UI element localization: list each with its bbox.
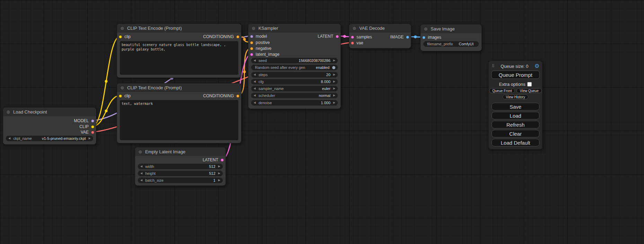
decrement-arrow-icon[interactable]: ◀ xyxy=(140,178,142,183)
decrement-arrow-icon[interactable]: ◀ xyxy=(254,79,256,84)
collapse-dot-icon[interactable] xyxy=(120,26,124,30)
node-title: CLIP Text Encode (Prompt) xyxy=(127,85,182,90)
node-title: VAE Decode xyxy=(359,26,385,31)
widget-random-seed-after-every-gen[interactable]: Random seed after every genenabled xyxy=(251,65,338,70)
node-graph-canvas[interactable]: CLIP Text Encode (Prompt)clipCONDITIONIN… xyxy=(0,0,644,244)
refresh-button[interactable]: Refresh xyxy=(492,121,539,128)
widget-filename-prefix[interactable]: filename_prefixComfyUI xyxy=(423,41,479,47)
load-button[interactable]: Load xyxy=(492,112,539,119)
model-port[interactable] xyxy=(250,35,253,38)
collapse-dot-icon[interactable] xyxy=(6,110,10,114)
widget-steps[interactable]: ◀steps20▶ xyxy=(251,72,338,78)
conditioning-port[interactable] xyxy=(236,94,239,98)
decrement-arrow-icon[interactable]: ◀ xyxy=(140,171,142,176)
samples-port[interactable] xyxy=(351,36,354,39)
decrement-arrow-icon[interactable]: ◀ xyxy=(8,136,10,141)
input-slot-clip: clip xyxy=(119,93,131,99)
view-queue-button[interactable]: View Queue xyxy=(517,88,541,93)
widget-scheduler[interactable]: ◀schedulernormal▶ xyxy=(251,93,338,98)
latent_image-port[interactable] xyxy=(250,53,253,56)
vae-port[interactable] xyxy=(351,42,354,45)
load-default-button[interactable]: Load Default xyxy=(492,139,539,146)
view-history-button[interactable]: View History xyxy=(503,94,528,99)
node-vae-decode[interactable]: VAE DecodesamplesvaeIMAGE xyxy=(349,24,411,48)
node-save-image[interactable]: Save Imageimagesfilename_prefixComfyUI xyxy=(420,24,482,51)
toggle-indicator-icon[interactable] xyxy=(332,66,335,69)
node-clip-text-encode-positive[interactable]: CLIP Text Encode (Prompt)clipCONDITIONIN… xyxy=(117,24,241,78)
latent-port[interactable] xyxy=(336,35,339,38)
increment-arrow-icon[interactable]: ▶ xyxy=(218,178,220,183)
node-ksampler[interactable]: KSamplermodelpositivenegativelatent_imag… xyxy=(248,24,341,109)
clip-port[interactable] xyxy=(91,125,94,128)
clear-button[interactable]: Clear xyxy=(492,130,539,137)
decrement-arrow-icon[interactable]: ◀ xyxy=(254,100,256,106)
widget-label: filename_prefix xyxy=(427,42,453,46)
increment-arrow-icon[interactable]: ▶ xyxy=(218,171,220,176)
widget-batch-size[interactable]: ◀batch_size1▶ xyxy=(138,178,223,183)
queue-front-button[interactable]: Queue Front xyxy=(489,88,515,93)
negative-port[interactable] xyxy=(250,47,253,50)
images-port[interactable] xyxy=(422,36,425,39)
node-titlebar[interactable]: Empty Latent Image xyxy=(135,147,226,156)
extra-options-checkbox[interactable] xyxy=(527,82,532,87)
widget-value: euler xyxy=(322,87,330,91)
increment-arrow-icon[interactable]: ▶ xyxy=(218,164,220,169)
collapse-dot-icon[interactable] xyxy=(120,86,124,90)
node-titlebar[interactable]: CLIP Text Encode (Prompt) xyxy=(117,83,241,92)
decrement-arrow-icon[interactable]: ◀ xyxy=(254,86,256,91)
increment-arrow-icon[interactable]: ▶ xyxy=(333,58,335,63)
increment-arrow-icon[interactable]: ▶ xyxy=(333,86,335,91)
widget-label: seed xyxy=(258,58,267,63)
decrement-arrow-icon[interactable]: ◀ xyxy=(254,58,256,63)
model-port[interactable] xyxy=(91,119,94,123)
decrement-arrow-icon[interactable]: ◀ xyxy=(254,72,256,78)
collapse-dot-icon[interactable] xyxy=(352,26,356,30)
conditioning-port[interactable] xyxy=(236,35,239,38)
widget-width[interactable]: ◀width512▶ xyxy=(138,164,223,169)
node-titlebar[interactable]: Save Image xyxy=(421,25,482,33)
decrement-arrow-icon[interactable]: ◀ xyxy=(254,93,256,98)
node-clip-text-encode-negative[interactable]: CLIP Text Encode (Prompt)clipCONDITIONIN… xyxy=(117,83,241,143)
widget-denoise[interactable]: ◀denoise1.000▶ xyxy=(251,100,338,106)
widget-sampler-name[interactable]: ◀sampler_nameeuler▶ xyxy=(251,86,338,91)
widget-label: scheduler xyxy=(258,93,275,98)
node-titlebar[interactable]: VAE Decode xyxy=(349,24,411,33)
widget-seed[interactable]: ◀seed156680208700286▶ xyxy=(251,58,338,63)
node-load-checkpoint[interactable]: Load CheckpointMODELCLIPVAE◀ckpt_namev1-… xyxy=(3,107,96,145)
prompt-textarea[interactable]: text, watermark xyxy=(120,100,238,140)
drag-handle-icon[interactable]: ⠿ xyxy=(492,64,495,69)
widget-cfg[interactable]: ◀cfg8.000▶ xyxy=(251,79,338,84)
increment-arrow-icon[interactable]: ▶ xyxy=(333,93,335,98)
collapse-dot-icon[interactable] xyxy=(252,26,256,30)
image-port[interactable] xyxy=(406,36,409,39)
positive-port[interactable] xyxy=(250,41,253,44)
node-titlebar[interactable]: KSampler xyxy=(248,24,341,33)
node-empty-latent-image[interactable]: Empty Latent ImageLATENT◀width512▶◀heigh… xyxy=(135,147,226,186)
queue-prompt-button[interactable]: Queue Prompt xyxy=(491,71,540,79)
prompt-textarea[interactable]: beautiful scenery nature glass bottle la… xyxy=(120,41,238,75)
widget-height[interactable]: ◀height512▶ xyxy=(138,171,223,176)
slot-label: CONDITIONING xyxy=(203,34,234,39)
clip-port[interactable] xyxy=(119,94,122,98)
input-slot-vae: vae xyxy=(351,40,363,46)
clip-port[interactable] xyxy=(119,35,122,38)
node-titlebar[interactable]: CLIP Text Encode (Prompt) xyxy=(117,24,241,33)
decrement-arrow-icon[interactable]: ◀ xyxy=(140,164,142,169)
slot-label: MODEL xyxy=(74,118,89,123)
increment-arrow-icon[interactable]: ▶ xyxy=(333,72,335,78)
save-button[interactable]: Save xyxy=(492,103,539,110)
vae-port[interactable] xyxy=(91,131,94,134)
increment-arrow-icon[interactable]: ▶ xyxy=(333,79,335,84)
slot-label: VAE xyxy=(81,130,89,135)
increment-arrow-icon[interactable]: ▶ xyxy=(89,136,91,141)
node-title: Load Checkpoint xyxy=(13,109,47,115)
settings-gear-icon[interactable]: ⚙ xyxy=(535,63,539,69)
increment-arrow-icon[interactable]: ▶ xyxy=(333,100,335,106)
output-slot-clip: CLIP xyxy=(79,124,94,129)
collapse-dot-icon[interactable] xyxy=(138,150,142,154)
widget-ckpt-name[interactable]: ◀ckpt_namev1-5-pruned-emaonly.ckpt▶ xyxy=(6,136,93,141)
node-titlebar[interactable]: Load Checkpoint xyxy=(3,108,96,116)
collapse-dot-icon[interactable] xyxy=(424,27,428,31)
slot-label: clip xyxy=(124,93,131,98)
latent-port[interactable] xyxy=(221,159,224,162)
